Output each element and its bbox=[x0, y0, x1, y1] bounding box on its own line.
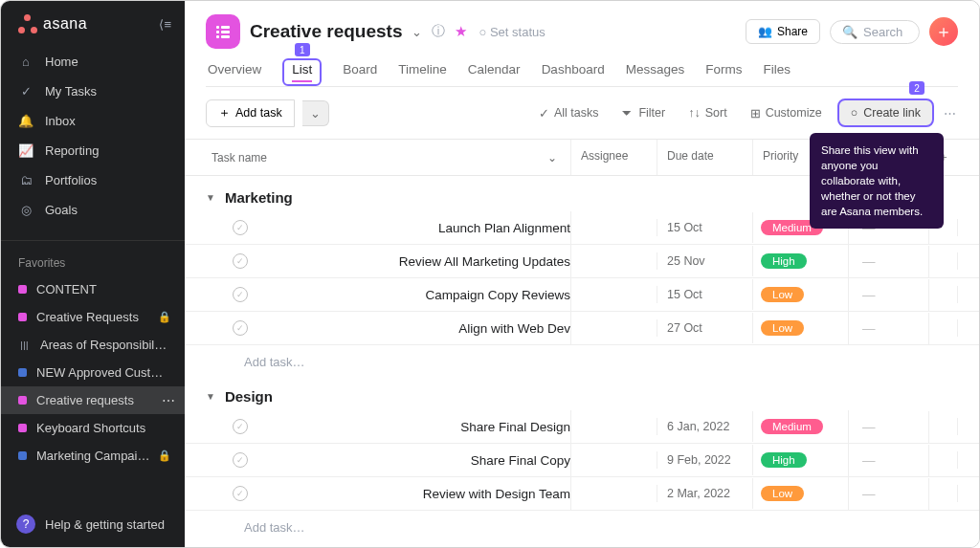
tab-messages[interactable]: Messages bbox=[626, 62, 685, 86]
sort-button[interactable]: ↑↓Sort bbox=[680, 101, 734, 124]
sidebar-item-home[interactable]: ⌂Home bbox=[1, 47, 185, 77]
priority-pill[interactable]: Medium bbox=[761, 419, 823, 434]
assignee-cell[interactable] bbox=[571, 451, 657, 469]
nav-icon: ⌂ bbox=[18, 55, 33, 69]
main: Creative requests ⌄ ⓘ ★ ○ Set status 👥Sh… bbox=[185, 1, 979, 547]
project-icon[interactable] bbox=[206, 14, 240, 49]
more-icon[interactable]: ⋯ bbox=[162, 393, 175, 408]
svg-rect-2 bbox=[216, 31, 219, 33]
column-assignee[interactable]: Assignee bbox=[571, 140, 657, 175]
tab-timeline[interactable]: Timeline bbox=[398, 62, 447, 86]
column-due-date[interactable]: Due date bbox=[657, 140, 753, 175]
task-row[interactable]: Share Final Copy9 Feb, 2022High— bbox=[185, 444, 979, 477]
project-info-icon[interactable]: ⓘ bbox=[432, 23, 445, 40]
sidebar-item-my-tasks[interactable]: ✓My Tasks bbox=[1, 77, 185, 106]
complete-task-icon[interactable] bbox=[233, 452, 248, 468]
create-link-tooltip: Share this view with anyone you collabor… bbox=[810, 133, 944, 229]
chevron-down-icon: ⌄ bbox=[547, 151, 557, 164]
add-task-button[interactable]: ＋ Add task bbox=[206, 99, 295, 127]
tab-calendar[interactable]: Calendar bbox=[468, 62, 521, 86]
quick-add-button[interactable]: ＋ bbox=[929, 17, 958, 46]
project-dropdown-icon[interactable]: ⌄ bbox=[412, 25, 422, 39]
complete-task-icon[interactable] bbox=[233, 320, 248, 336]
add-task-inline[interactable]: Add task… bbox=[185, 345, 979, 375]
due-date[interactable]: 25 Nov bbox=[657, 254, 705, 268]
add-task-inline[interactable]: Add task… bbox=[185, 511, 979, 540]
complete-task-icon[interactable] bbox=[233, 253, 248, 269]
create-link-button[interactable]: ○Create link bbox=[837, 99, 934, 127]
due-date[interactable]: 15 Oct bbox=[657, 288, 702, 301]
nav-icon: 🗂 bbox=[18, 173, 33, 187]
sidebar-item-portfolios[interactable]: 🗂Portfolios bbox=[1, 165, 185, 195]
search-icon: 🔍 bbox=[842, 25, 858, 39]
tab-forms[interactable]: Forms bbox=[705, 62, 742, 86]
help-label: Help & getting started bbox=[45, 517, 165, 532]
assignee-cell[interactable] bbox=[571, 418, 657, 435]
assignee-cell[interactable] bbox=[571, 252, 657, 270]
task-row[interactable]: Review with Design Team2 Mar, 2022Low— bbox=[185, 477, 979, 511]
row-end bbox=[929, 485, 958, 502]
more-actions-button[interactable]: ⋯ bbox=[942, 102, 958, 124]
sidebar-item-label: My Tasks bbox=[45, 84, 97, 99]
tab-list[interactable]: 1List bbox=[282, 58, 322, 86]
add-task-dropdown[interactable]: ⌄ bbox=[302, 100, 329, 126]
tab-files[interactable]: Files bbox=[763, 62, 791, 86]
favorite-item[interactable]: Creative Requests🔒 bbox=[1, 303, 185, 331]
collapse-sidebar-icon[interactable]: ⟨≡ bbox=[159, 17, 171, 32]
filter-button[interactable]: ⏷Filter bbox=[613, 101, 673, 124]
complete-task-icon[interactable] bbox=[233, 486, 248, 501]
priority-pill[interactable]: Low bbox=[761, 287, 804, 302]
complete-task-icon[interactable] bbox=[233, 287, 248, 302]
section-header[interactable]: ▼Design bbox=[185, 375, 979, 410]
favorite-item[interactable]: ⫼Areas of Responsibilit… bbox=[1, 331, 185, 359]
help-link[interactable]: ? Help & getting started bbox=[1, 501, 185, 547]
add-section-button[interactable]: ＋ Add section bbox=[185, 540, 979, 548]
priority-pill[interactable]: High bbox=[761, 452, 807, 468]
assignee-cell[interactable] bbox=[571, 286, 657, 303]
complete-task-icon[interactable] bbox=[233, 220, 248, 235]
task-row[interactable]: Share Final Design6 Jan, 2022Medium— bbox=[185, 410, 979, 444]
complete-task-icon[interactable] bbox=[233, 419, 248, 434]
assignee-cell[interactable] bbox=[571, 319, 657, 337]
due-date[interactable]: 15 Oct bbox=[657, 221, 702, 234]
favorite-label: Keyboard Shortcuts bbox=[36, 421, 145, 435]
due-date[interactable]: 9 Feb, 2022 bbox=[657, 453, 731, 467]
share-button[interactable]: 👥Share bbox=[746, 19, 820, 44]
favorite-item[interactable]: Creative requests⋯ bbox=[1, 386, 185, 414]
favorite-item[interactable]: Marketing Campai…🔒 bbox=[1, 442, 185, 470]
priority-pill[interactable]: High bbox=[761, 253, 807, 269]
sidebar-item-goals[interactable]: ◎Goals bbox=[1, 195, 185, 225]
favorite-item[interactable]: CONTENT bbox=[1, 275, 185, 303]
logo[interactable]: asana bbox=[18, 14, 87, 33]
search-input[interactable]: 🔍Search bbox=[830, 20, 920, 44]
section-toggle-icon: ▼ bbox=[206, 391, 215, 402]
sidebar-item-inbox[interactable]: 🔔Inbox bbox=[1, 106, 185, 136]
customize-button[interactable]: ⊞Customize bbox=[743, 101, 830, 125]
tab-dashboard[interactable]: Dashboard bbox=[542, 62, 605, 86]
favorite-label: Creative Requests bbox=[36, 310, 139, 324]
assignee-cell[interactable] bbox=[571, 219, 657, 236]
due-date[interactable]: 6 Jan, 2022 bbox=[657, 420, 729, 433]
chart-icon: ⫼ bbox=[18, 338, 31, 352]
favorite-item[interactable]: Keyboard Shortcuts bbox=[1, 414, 185, 442]
due-date[interactable]: 27 Oct bbox=[657, 321, 702, 335]
tab-overview[interactable]: Overview bbox=[208, 62, 261, 86]
task-row[interactable]: Align with Web Dev27 OctLow— bbox=[185, 312, 979, 345]
empty-cell: — bbox=[849, 453, 876, 468]
priority-pill[interactable]: Low bbox=[761, 320, 804, 336]
priority-pill[interactable]: Low bbox=[761, 486, 804, 501]
task-row[interactable]: Review All Marketing Updates25 NovHigh— bbox=[185, 245, 979, 278]
due-date[interactable]: 2 Mar, 2022 bbox=[657, 487, 730, 500]
sidebar-item-reporting[interactable]: 📈Reporting bbox=[1, 136, 185, 165]
row-end bbox=[929, 418, 958, 435]
project-star-icon[interactable]: ★ bbox=[455, 23, 467, 40]
set-status-button[interactable]: ○ Set status bbox=[479, 25, 545, 39]
lock-icon: 🔒 bbox=[158, 311, 171, 323]
tab-board[interactable]: Board bbox=[343, 62, 377, 86]
task-row[interactable]: Campaign Copy Reviews15 OctLow— bbox=[185, 278, 979, 312]
all-tasks-button[interactable]: ✓All tasks bbox=[531, 101, 607, 125]
task-title: Share Final Copy bbox=[471, 453, 570, 468]
assignee-cell[interactable] bbox=[571, 485, 657, 502]
column-task-name[interactable]: Task name⌄ bbox=[206, 140, 571, 175]
favorite-item[interactable]: NEW Approved Custo… bbox=[1, 359, 185, 386]
